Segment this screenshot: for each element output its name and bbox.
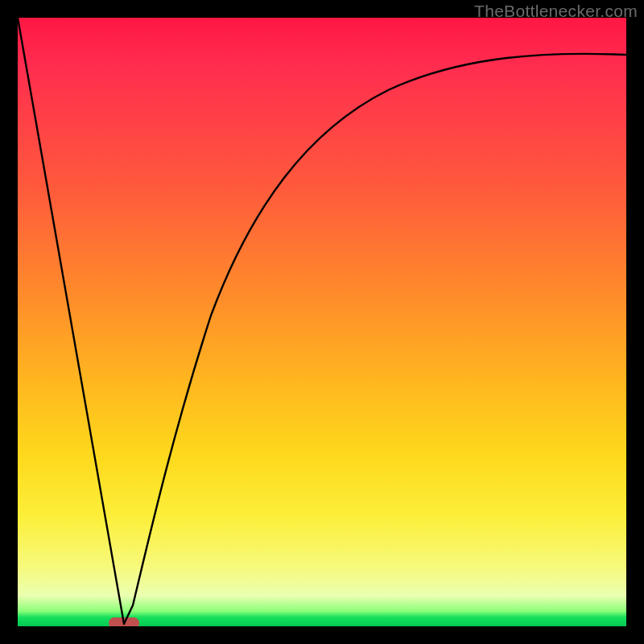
chart-frame: TheBottlenecker.com	[0, 0, 644, 644]
curve-path	[18, 18, 626, 624]
bottleneck-curve	[18, 18, 626, 626]
plot-area	[18, 18, 626, 626]
watermark-text: TheBottlenecker.com	[474, 2, 638, 21]
